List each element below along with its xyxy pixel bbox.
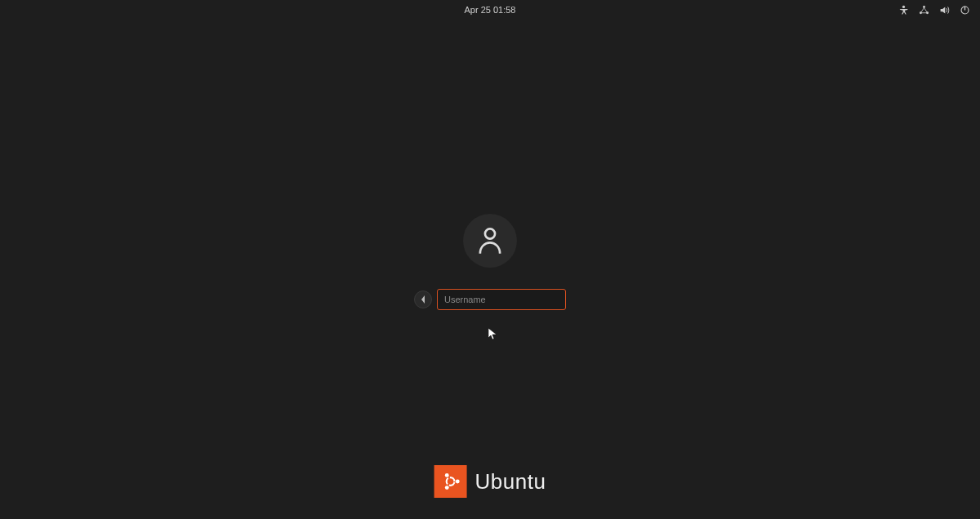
power-icon[interactable] — [960, 5, 970, 16]
datetime-label: Apr 25 01:58 — [465, 5, 516, 15]
chevron-left-icon — [421, 295, 425, 304]
user-avatar — [463, 214, 517, 268]
username-input[interactable] — [437, 289, 566, 310]
user-icon — [478, 227, 502, 255]
svg-point-1 — [923, 5, 925, 7]
network-icon[interactable] — [919, 5, 929, 16]
ubuntu-logo — [434, 465, 467, 498]
system-tray — [898, 0, 970, 20]
svg-point-10 — [445, 473, 449, 477]
svg-point-6 — [485, 228, 495, 238]
top-bar: Apr 25 01:58 — [0, 0, 980, 20]
login-panel — [414, 214, 566, 310]
brand-name: Ubuntu — [475, 469, 546, 495]
svg-point-11 — [445, 486, 449, 490]
accessibility-icon[interactable] — [898, 5, 909, 16]
svg-point-9 — [456, 480, 460, 484]
svg-point-0 — [902, 5, 905, 7]
back-button[interactable] — [414, 291, 432, 308]
mouse-cursor — [488, 328, 498, 344]
ubuntu-circle-icon — [440, 471, 461, 492]
branding: Ubuntu — [434, 465, 546, 498]
volume-icon[interactable] — [939, 5, 950, 16]
login-input-row — [414, 289, 566, 310]
